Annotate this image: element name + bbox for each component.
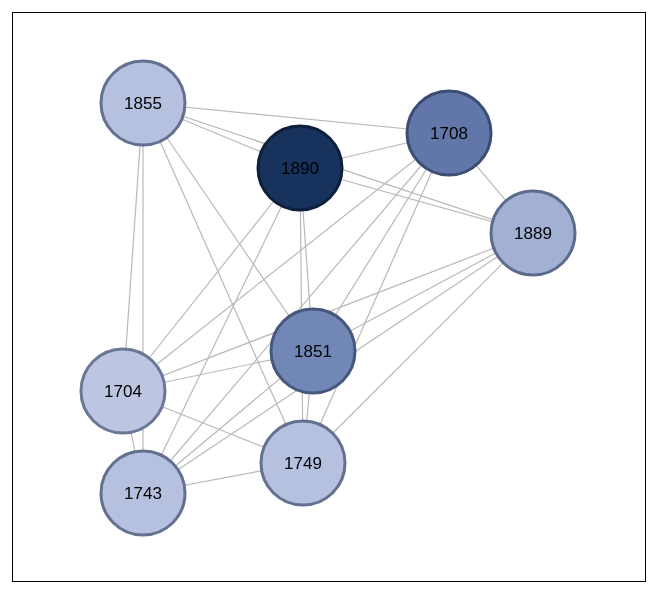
node-circle-1889[interactable]: [491, 191, 575, 275]
node-1708[interactable]: 1708: [407, 91, 491, 175]
node-circle-1708[interactable]: [407, 91, 491, 175]
node-1890[interactable]: 1890: [258, 126, 342, 210]
node-circle-1855[interactable]: [101, 61, 185, 145]
node-1889[interactable]: 1889: [491, 191, 575, 275]
node-1743[interactable]: 1743: [101, 451, 185, 535]
node-circle-1749[interactable]: [261, 421, 345, 505]
node-circle-1704[interactable]: [81, 349, 165, 433]
node-circle-1890[interactable]: [258, 126, 342, 210]
node-circle-1743[interactable]: [101, 451, 185, 535]
node-circle-1851[interactable]: [271, 309, 355, 393]
graph-frame: 18551890170818891851170417491743: [12, 12, 646, 582]
nodes-layer: 18551890170818891851170417491743: [81, 61, 575, 535]
graph-svg: 18551890170818891851170417491743: [13, 13, 645, 581]
node-1749[interactable]: 1749: [261, 421, 345, 505]
node-1851[interactable]: 1851: [271, 309, 355, 393]
node-1704[interactable]: 1704: [81, 349, 165, 433]
node-1855[interactable]: 1855: [101, 61, 185, 145]
